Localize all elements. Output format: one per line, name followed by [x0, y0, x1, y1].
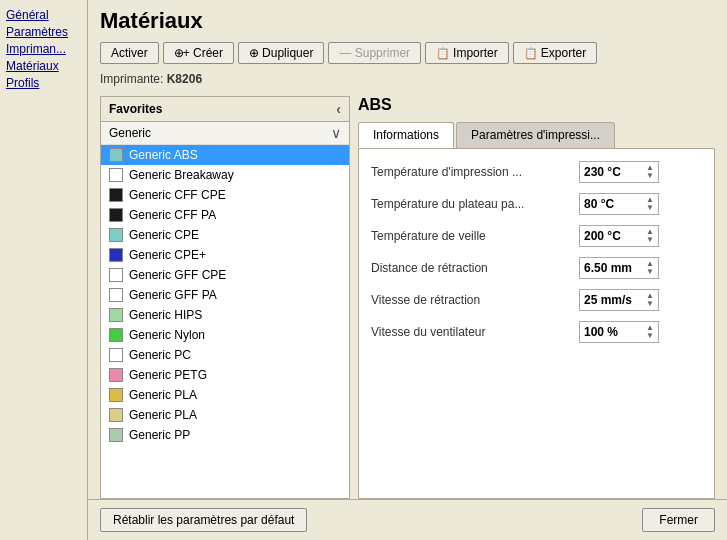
material-name: Generic CFF CPE — [129, 188, 226, 202]
material-color-box — [109, 248, 123, 262]
spin-down[interactable]: ▼ — [646, 300, 654, 308]
parameter-value-box[interactable]: 25 mm/s▲▼ — [579, 289, 659, 311]
sidebar-item-materiaux[interactable]: Matériaux — [6, 59, 81, 73]
reset-button[interactable]: Rétablir les paramètres par défaut — [100, 508, 307, 532]
material-color-box — [109, 148, 123, 162]
dupliquer-label: Dupliquer — [262, 46, 313, 60]
sidebar-item-impriman[interactable]: Impriman... — [6, 42, 81, 56]
material-title: ABS — [358, 96, 715, 114]
material-item[interactable]: Generic Nylon — [101, 325, 349, 345]
spin-down[interactable]: ▼ — [646, 332, 654, 340]
parameter-value: 230 °C — [584, 165, 621, 179]
parameter-value: 6.50 mm — [584, 261, 632, 275]
tab-parametres-impression[interactable]: Paramètres d'impressi... — [456, 122, 615, 148]
sidebar-item-general[interactable]: Général — [6, 8, 81, 22]
expand-button[interactable]: ∨ — [331, 125, 341, 141]
parameter-value-box[interactable]: 200 °C▲▼ — [579, 225, 659, 247]
material-color-box — [109, 388, 123, 402]
parameter-label: Température d'impression ... — [371, 165, 571, 179]
dupliquer-icon: ⊕ — [249, 46, 259, 60]
material-name: Generic PP — [129, 428, 190, 442]
material-item[interactable]: Generic CFF CPE — [101, 185, 349, 205]
activer-button[interactable]: Activer — [100, 42, 159, 64]
bottom-bar: Rétablir les paramètres par défaut Ferme… — [88, 499, 727, 540]
material-item[interactable]: Generic GFF PA — [101, 285, 349, 305]
generic-label: Generic — [109, 126, 151, 140]
material-item[interactable]: Generic PP — [101, 425, 349, 445]
favorites-header: Favorites ‹ — [101, 97, 349, 122]
material-color-box — [109, 288, 123, 302]
parameter-row: Distance de rétraction6.50 mm▲▼ — [371, 257, 702, 279]
material-color-box — [109, 348, 123, 362]
material-item[interactable]: Generic GFF CPE — [101, 265, 349, 285]
importer-label: Importer — [453, 46, 498, 60]
dupliquer-button[interactable]: ⊕ Dupliquer — [238, 42, 324, 64]
parameter-value: 80 °C — [584, 197, 614, 211]
spin-buttons[interactable]: ▲▼ — [646, 324, 654, 340]
importer-icon: 📋 — [436, 47, 450, 60]
material-item[interactable]: Generic PC — [101, 345, 349, 365]
parameter-label: Température du plateau pa... — [371, 197, 571, 211]
spin-down[interactable]: ▼ — [646, 204, 654, 212]
printer-label: Imprimante: K8206 — [100, 72, 715, 86]
collapse-button[interactable]: ‹ — [336, 101, 341, 117]
material-name: Generic Breakaway — [129, 168, 234, 182]
material-panel: Favorites ‹ Generic ∨ Generic ABSGeneric… — [100, 96, 350, 499]
material-name: Generic GFF CPE — [129, 268, 226, 282]
material-name: Generic Nylon — [129, 328, 205, 342]
material-name: Generic HIPS — [129, 308, 202, 322]
material-name: Generic ABS — [129, 148, 198, 162]
parameter-value-box[interactable]: 100 %▲▼ — [579, 321, 659, 343]
tab-informations[interactable]: Informations — [358, 122, 454, 148]
material-item[interactable]: Generic PLA — [101, 385, 349, 405]
sidebar-item-profils[interactable]: Profils — [6, 76, 81, 90]
material-color-box — [109, 208, 123, 222]
material-name: Generic PLA — [129, 388, 197, 402]
exporter-label: Exporter — [541, 46, 586, 60]
parameter-label: Distance de rétraction — [371, 261, 571, 275]
material-color-box — [109, 408, 123, 422]
material-item[interactable]: Generic CPE+ — [101, 245, 349, 265]
supprimer-button[interactable]: — Supprimer — [328, 42, 421, 64]
parameter-label: Température de veille — [371, 229, 571, 243]
parameter-row: Température de veille200 °C▲▼ — [371, 225, 702, 247]
parameter-value-box[interactable]: 6.50 mm▲▼ — [579, 257, 659, 279]
spin-buttons[interactable]: ▲▼ — [646, 260, 654, 276]
material-item[interactable]: Generic PETG — [101, 365, 349, 385]
spin-down[interactable]: ▼ — [646, 268, 654, 276]
material-color-box — [109, 228, 123, 242]
material-item[interactable]: Generic Breakaway — [101, 165, 349, 185]
material-color-box — [109, 328, 123, 342]
parameter-value-box[interactable]: 80 °C▲▼ — [579, 193, 659, 215]
material-item[interactable]: Generic CPE — [101, 225, 349, 245]
spin-buttons[interactable]: ▲▼ — [646, 228, 654, 244]
tab-content: Température d'impression ...230 °C▲▼Temp… — [358, 149, 715, 499]
parameter-value: 100 % — [584, 325, 618, 339]
importer-button[interactable]: 📋 Importer — [425, 42, 509, 64]
spin-down[interactable]: ▼ — [646, 236, 654, 244]
material-item[interactable]: Generic ABS — [101, 145, 349, 165]
material-list: Generic ABSGeneric BreakawayGeneric CFF … — [101, 145, 349, 498]
creer-button[interactable]: ⊕ + Créer — [163, 42, 234, 64]
spin-buttons[interactable]: ▲▼ — [646, 164, 654, 180]
page-title: Matériaux — [100, 8, 715, 34]
close-button[interactable]: Fermer — [642, 508, 715, 532]
parameter-value-box[interactable]: 230 °C▲▼ — [579, 161, 659, 183]
material-color-box — [109, 308, 123, 322]
material-item[interactable]: Generic HIPS — [101, 305, 349, 325]
material-name: Generic GFF PA — [129, 288, 217, 302]
exporter-button[interactable]: 📋 Exporter — [513, 42, 597, 64]
material-item[interactable]: Generic PLA — [101, 405, 349, 425]
exporter-icon: 📋 — [524, 47, 538, 60]
material-name: Generic CFF PA — [129, 208, 216, 222]
sidebar-item-parametres[interactable]: Paramètres — [6, 25, 81, 39]
parameter-value: 200 °C — [584, 229, 621, 243]
spin-down[interactable]: ▼ — [646, 172, 654, 180]
material-color-box — [109, 168, 123, 182]
main-content: Matériaux Activer ⊕ + Créer ⊕ Dupliquer … — [88, 0, 727, 540]
spin-buttons[interactable]: ▲▼ — [646, 196, 654, 212]
parameter-row: Vitesse de rétraction25 mm/s▲▼ — [371, 289, 702, 311]
spin-buttons[interactable]: ▲▼ — [646, 292, 654, 308]
material-name: Generic CPE — [129, 228, 199, 242]
material-item[interactable]: Generic CFF PA — [101, 205, 349, 225]
